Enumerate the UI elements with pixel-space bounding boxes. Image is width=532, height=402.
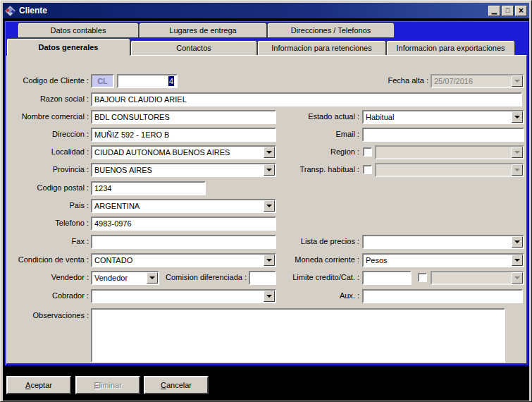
transp-habitual-checkbox[interactable] <box>363 165 372 174</box>
provincia-dropdown-arrow-icon[interactable] <box>264 164 275 176</box>
client-window: Cliente ▁ □ × Datos contables Lugares de… <box>0 0 532 402</box>
cobrador-label: Cobrador : <box>8 291 89 301</box>
limite-credito-label: Limite credito/Cat. : <box>279 273 359 283</box>
codigo-postal-input[interactable] <box>91 181 206 195</box>
region-dropdown-arrow-icon <box>512 147 523 158</box>
provincia-dropdown[interactable]: BUENOS AIRES <box>91 163 276 177</box>
razon-social-input[interactable] <box>91 92 522 106</box>
vendedor-label: Vendedor : <box>8 273 89 283</box>
tab-lugares-de-entrega[interactable]: Lugares de entrega <box>139 23 267 37</box>
tab-informacion-exportaciones[interactable]: Informacion para exportaciones <box>386 40 515 55</box>
fax-label: Fax : <box>8 237 89 247</box>
app-icon <box>5 6 16 16</box>
limite-credito-checkbox[interactable] <box>418 273 427 282</box>
aux-input[interactable] <box>362 289 523 303</box>
email-input[interactable] <box>362 128 524 142</box>
limite-credito-input[interactable] <box>362 271 412 285</box>
lista-precios-dropdown-arrow-icon[interactable] <box>512 236 523 248</box>
codigo-postal-label: Codigo postal : <box>8 183 89 193</box>
vendedor-dropdown[interactable]: Vendedor <box>91 271 159 285</box>
nombre-comercial-label: Nombre comercial : <box>8 112 89 122</box>
tab-datos-contables[interactable]: Datos contables <box>18 23 139 37</box>
tab-informacion-retenciones[interactable]: Informacion para retenciones <box>257 40 386 55</box>
telefono-input[interactable] <box>91 217 276 231</box>
email-label: Email : <box>279 130 359 140</box>
observaciones-label: Observaciones : <box>8 311 89 321</box>
fecha-alta-dropdown[interactable]: 25/07/2016 <box>431 74 524 88</box>
limite-credito-dropdown[interactable] <box>431 271 524 285</box>
region-checkbox[interactable] <box>363 147 372 157</box>
tab-contactos[interactable]: Contactos <box>130 40 257 55</box>
nombre-comercial-input[interactable] <box>91 110 276 124</box>
transp-habitual-dropdown[interactable] <box>375 163 524 177</box>
telefono-label: Telefono : <box>8 219 89 229</box>
tab-row-back: Datos contables Lugares de entrega Direc… <box>6 23 527 37</box>
estado-actual-dropdown-arrow-icon[interactable] <box>512 111 523 123</box>
condicion-venta-dropdown-arrow-icon[interactable] <box>264 255 275 266</box>
pais-dropdown-arrow-icon[interactable] <box>264 200 275 212</box>
region-label: Region : <box>279 147 359 157</box>
estado-actual-label: Estado actual : <box>279 112 359 122</box>
lista-precios-label: Lista de precios : <box>279 237 359 247</box>
region-dropdown[interactable] <box>375 145 524 159</box>
codigo-cliente-label: Codigo de Cliente : <box>8 76 89 86</box>
transp-habitual-label: Transp. habitual : <box>279 165 359 175</box>
close-icon[interactable]: × <box>515 6 527 16</box>
eliminar-button[interactable]: Eliminar <box>75 376 140 394</box>
vendedor-dropdown-arrow-icon[interactable] <box>147 272 158 284</box>
client-area: Datos contables Lugares de entrega Direc… <box>3 18 529 401</box>
minimize-icon[interactable]: ▁ <box>488 6 500 16</box>
moneda-corriente-label: Moneda corriente : <box>279 255 359 265</box>
observaciones-textarea[interactable] <box>91 308 505 363</box>
tab-row-front: Datos generales Contactos Informacion pa… <box>6 37 527 55</box>
lista-precios-dropdown[interactable] <box>362 235 524 249</box>
codigo-cliente-selected-text: 4 <box>168 76 174 86</box>
comision-diferenciada-input[interactable] <box>249 271 276 285</box>
direccion-label: Direccion : <box>8 130 89 140</box>
cobrador-dropdown[interactable] <box>91 289 276 303</box>
localidad-label: Localidad : <box>8 147 89 157</box>
moneda-corriente-dropdown[interactable]: Pesos <box>362 253 524 267</box>
condicion-venta-label: Condicion de venta : <box>8 255 89 265</box>
maximize-icon[interactable]: □ <box>502 6 514 16</box>
window-title: Cliente <box>19 6 487 16</box>
fecha-alta-label: Fecha alta : <box>346 76 428 86</box>
pais-dropdown[interactable]: ARGENTINA <box>91 199 276 213</box>
codigo-cliente-input[interactable]: 4 <box>117 74 178 88</box>
provincia-label: Provincia : <box>8 165 89 175</box>
aceptar-button[interactable]: Aceptar <box>6 376 71 394</box>
fax-input[interactable] <box>91 235 276 249</box>
codigo-cliente-prefix: CL <box>91 74 114 88</box>
moneda-corriente-dropdown-arrow-icon[interactable] <box>512 255 523 266</box>
limite-credito-dropdown-arrow-icon <box>512 272 523 284</box>
aux-label: Aux. : <box>279 291 359 301</box>
tab-datos-generales[interactable]: Datos generales <box>6 38 130 56</box>
tab-direcciones-telefonos[interactable]: Direcciones / Telefonos <box>267 23 395 37</box>
titlebar: Cliente ▁ □ × <box>3 3 529 18</box>
estado-actual-dropdown[interactable]: Habitual <box>362 110 524 124</box>
condicion-venta-dropdown[interactable]: CONTADO <box>91 253 276 267</box>
cancelar-button[interactable]: Cancelar <box>144 376 209 394</box>
localidad-dropdown-arrow-icon[interactable] <box>264 147 275 158</box>
localidad-dropdown[interactable]: CIUDAD AUTONOMA BUENOS AIRES <box>91 145 276 159</box>
pais-label: Pais : <box>8 201 89 211</box>
cobrador-dropdown-arrow-icon[interactable] <box>264 291 275 302</box>
comision-diferenciada-label: Comision diferenciada : <box>161 273 247 283</box>
transp-habitual-dropdown-arrow-icon <box>512 164 523 176</box>
direccion-input[interactable] <box>91 128 276 142</box>
fecha-alta-dropdown-arrow-icon <box>512 75 523 87</box>
razon-social-label: Razon social : <box>8 95 89 104</box>
